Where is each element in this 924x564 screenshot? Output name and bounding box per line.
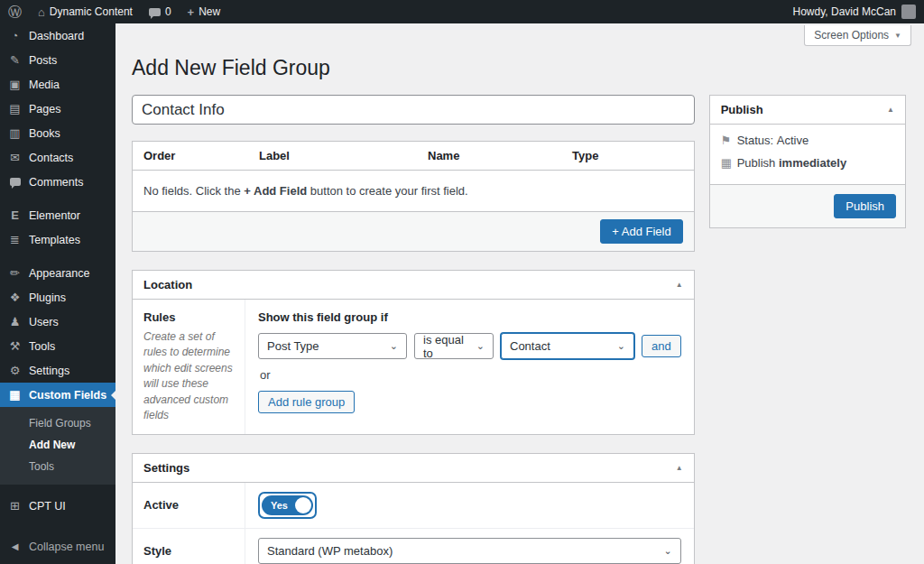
templates-icon: ≣ xyxy=(7,233,23,246)
sidebar-item-cpt-ui[interactable]: ⊞ CPT UI xyxy=(0,494,116,518)
publish-box-header[interactable]: Publish ▲ xyxy=(710,96,905,125)
sidebar-item-books[interactable]: ▥ Books xyxy=(0,121,116,145)
status-pin-icon: ⚑ xyxy=(721,134,737,147)
admin-bar: Ⓦ ⌂ Dynamic Content 0 + New Howdy, David… xyxy=(0,0,924,23)
screen-options-label: Screen Options xyxy=(814,29,889,42)
column-order: Order xyxy=(143,149,259,162)
users-icon: ♟ xyxy=(7,315,23,328)
collapse-panel-icon[interactable]: ▲ xyxy=(676,464,683,472)
sidebar-item-dashboard[interactable]: ◔ Dashboard xyxy=(0,23,116,48)
gear-icon: ⚙ xyxy=(7,364,23,377)
elementor-icon: E xyxy=(7,208,23,222)
settings-box: Settings ▲ Active Yes S xyxy=(132,453,695,564)
admin-sidebar: ◔ Dashboard ✎ Posts ▣ Media ▤ Pages ▥ Bo… xyxy=(0,23,116,564)
submenu-item-tools[interactable]: Tools xyxy=(0,456,116,477)
fields-table-footer: + Add Field xyxy=(133,212,694,251)
style-label: Style xyxy=(133,529,245,564)
howdy-label: Howdy, David McCan xyxy=(793,5,896,18)
publish-time-value: immediately xyxy=(779,156,846,170)
submenu-item-add-new[interactable]: Add New xyxy=(0,434,116,456)
submenu-item-field-groups[interactable]: Field Groups xyxy=(0,412,116,434)
envelope-icon: ✉ xyxy=(7,151,23,164)
rule-operator-select[interactable]: is equal to ⌄ xyxy=(414,333,494,359)
publish-time-prefix: Publish xyxy=(737,156,776,170)
collapse-menu-button[interactable]: ◀ Collapse menu xyxy=(0,534,116,559)
home-icon: ⌂ xyxy=(38,5,45,19)
location-title: Location xyxy=(143,278,192,291)
sidebar-item-plugins[interactable]: ❖ Plugins xyxy=(0,285,116,310)
account-menu[interactable]: Howdy, David McCan xyxy=(785,0,924,23)
custom-fields-icon: ▦ xyxy=(7,388,23,402)
add-field-button[interactable]: + Add Field xyxy=(600,219,682,244)
plugins-icon: ❖ xyxy=(7,291,23,304)
setting-row-active: Active Yes xyxy=(133,483,694,529)
comments-icon xyxy=(7,175,23,189)
add-rule-group-button[interactable]: Add rule group xyxy=(258,391,355,413)
field-group-title-input[interactable] xyxy=(132,95,695,125)
comment-bubble-icon xyxy=(149,8,161,16)
sidebar-item-settings[interactable]: ⚙ Settings xyxy=(0,358,116,383)
rules-description: Create a set of rules to determine which… xyxy=(143,329,234,423)
toggle-yes-label: Yes xyxy=(263,500,295,511)
chevron-down-icon: ⌄ xyxy=(617,340,625,352)
style-select[interactable]: Standard (WP metabox) ⌄ xyxy=(258,538,681,564)
status-label: Status: xyxy=(737,134,773,147)
page-title: Add New Field Group xyxy=(132,56,906,80)
sidebar-item-contacts[interactable]: ✉ Contacts xyxy=(0,145,116,170)
comments-shortcut[interactable]: 0 xyxy=(141,0,180,23)
fields-box: Order Label Name Type No fields. Click t… xyxy=(132,141,695,252)
book-icon: ▥ xyxy=(7,126,23,140)
active-toggle[interactable]: Yes xyxy=(258,492,317,519)
publish-button[interactable]: Publish xyxy=(834,194,896,218)
site-name-label: Dynamic Content xyxy=(50,5,133,18)
chevron-down-icon: ⌄ xyxy=(390,340,398,352)
collapse-panel-icon[interactable]: ▲ xyxy=(676,281,683,289)
rules-label-column: Rules Create a set of rules to determine… xyxy=(133,300,245,434)
avatar xyxy=(901,5,916,19)
site-name-link[interactable]: ⌂ Dynamic Content xyxy=(30,0,141,23)
sidebar-item-media[interactable]: ▣ Media xyxy=(0,72,116,97)
sidebar-item-pages[interactable]: ▤ Pages xyxy=(0,97,116,121)
screen-options-button[interactable]: Screen Options ▼ xyxy=(804,25,911,46)
custom-fields-submenu: Field Groups Add New Tools xyxy=(0,407,116,485)
setting-row-style: Style Standard (WP metabox) ⌄ xyxy=(133,529,694,564)
sidebar-item-elementor[interactable]: E Elementor xyxy=(0,203,116,227)
and-button[interactable]: and xyxy=(642,335,681,357)
rule-value-select[interactable]: Contact ⌄ xyxy=(501,333,634,359)
or-label: or xyxy=(260,368,681,382)
chevron-down-icon: ⌄ xyxy=(476,340,485,352)
column-label: Label xyxy=(259,149,428,162)
publish-time-row: ▦ Publish immediately xyxy=(721,156,894,170)
collapse-panel-icon[interactable]: ▲ xyxy=(887,106,894,114)
main-content: Screen Options ▼ Add New Field Group Ord… xyxy=(116,23,924,564)
collapse-arrow-icon: ◀ xyxy=(7,541,23,551)
wordpress-logo-button[interactable]: Ⓦ xyxy=(0,0,30,23)
cpt-ui-icon: ⊞ xyxy=(7,499,23,513)
location-box: Location ▲ Rules Create a set of rules t… xyxy=(132,270,695,435)
sidebar-item-appearance[interactable]: ✏ Appearance xyxy=(0,261,116,285)
appearance-icon: ✏ xyxy=(7,266,23,280)
sidebar-item-users[interactable]: ♟ Users xyxy=(0,310,116,334)
posts-icon: ✎ xyxy=(7,53,23,67)
rule-param-select[interactable]: Post Type ⌄ xyxy=(258,333,407,359)
publish-footer: Publish xyxy=(710,184,905,227)
rules-title: Rules xyxy=(143,310,234,324)
location-box-header[interactable]: Location ▲ xyxy=(133,271,694,300)
sidebar-item-custom-fields[interactable]: ▦ Custom Fields xyxy=(0,383,116,407)
media-icon: ▣ xyxy=(7,78,23,91)
new-content-menu[interactable]: + New xyxy=(180,0,229,23)
wordpress-icon: Ⓦ xyxy=(8,4,22,21)
settings-box-header[interactable]: Settings ▲ xyxy=(133,454,694,483)
sidebar-item-tools[interactable]: ⚒ Tools xyxy=(0,334,116,358)
column-name: Name xyxy=(428,149,572,162)
pages-icon: ▤ xyxy=(7,102,23,116)
publish-box: Publish ▲ ⚑ Status: Active ▦ Publish imm… xyxy=(709,95,906,228)
active-label: Active xyxy=(133,483,245,528)
tools-icon: ⚒ xyxy=(7,339,23,353)
sidebar-item-posts[interactable]: ✎ Posts xyxy=(0,48,116,72)
status-row: ⚑ Status: Active xyxy=(721,134,894,147)
sidebar-item-comments[interactable]: Comments xyxy=(0,170,116,194)
comment-count: 0 xyxy=(165,5,171,18)
toggle-knob xyxy=(295,497,311,513)
sidebar-item-templates[interactable]: ≣ Templates xyxy=(0,227,116,252)
